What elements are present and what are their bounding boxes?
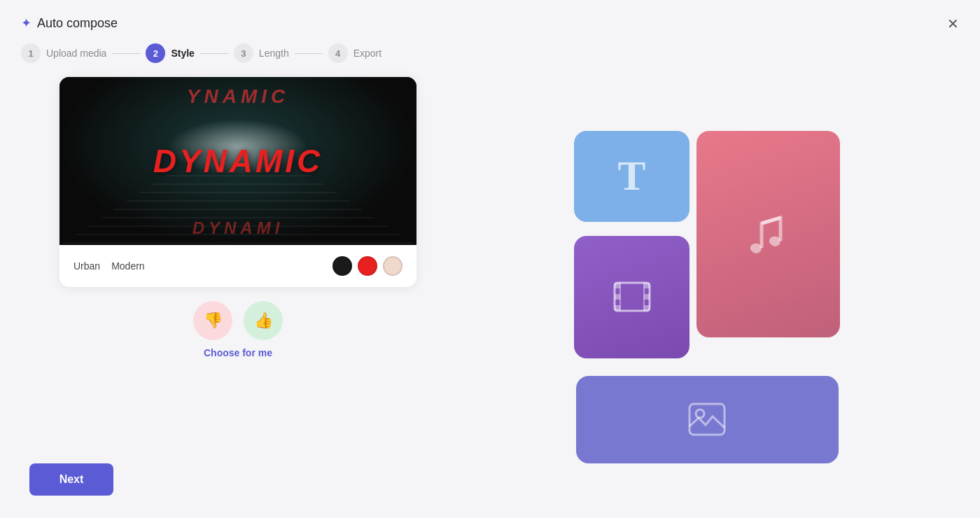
tile-video [574, 236, 690, 358]
step-3: 3 Length [234, 43, 289, 63]
style-info: Urban Modern [59, 245, 416, 287]
step-2: 2 Style [146, 43, 194, 63]
header: ✦ Auto compose [0, 0, 980, 31]
thumbs-buttons: 👎 👍 [193, 301, 283, 340]
style-tag-urban: Urban [74, 260, 100, 272]
style-tag-modern: Modern [111, 260, 144, 272]
color-dot-peach [383, 256, 402, 276]
tile-text: T [574, 131, 690, 222]
step-4-circle: 4 [328, 43, 348, 63]
svg-rect-9 [690, 404, 724, 435]
auto-compose-icon: ✦ [21, 15, 31, 31]
dislike-button[interactable]: 👎 [193, 301, 232, 340]
tile-image [576, 376, 839, 463]
step-3-circle: 3 [234, 43, 253, 63]
preview-text-main: DYNAMIC [153, 142, 323, 180]
music-icon [737, 202, 800, 265]
right-panel: T [483, 77, 959, 490]
step-4-label: Export [354, 48, 382, 59]
close-button[interactable]: ✕ [947, 17, 959, 31]
svg-rect-4 [644, 283, 650, 288]
style-tags: Urban Modern [74, 260, 145, 272]
thumbs-section: 👎 👍 Choose for me [193, 301, 283, 358]
next-button[interactable]: Next [29, 463, 113, 496]
step-1: 1 Upload media [21, 43, 106, 63]
text-icon: T [617, 152, 645, 200]
step-divider-2 [200, 53, 228, 54]
like-button[interactable]: 👍 [244, 301, 283, 340]
step-2-circle: 2 [146, 43, 165, 63]
svg-point-10 [696, 410, 704, 418]
illustration: T [574, 131, 868, 404]
preview-text-bottom: DYNAMI [59, 218, 416, 238]
color-dot-red [358, 256, 377, 276]
step-3-label: Length [259, 48, 289, 59]
step-1-label: Upload media [46, 48, 106, 59]
tile-music [696, 131, 840, 337]
main-content: YNAMIC DYNAMIC DYNAMI Urban Modern 👎 [0, 63, 980, 504]
color-dot-black [332, 256, 352, 276]
step-2-label: Style [171, 48, 194, 59]
step-1-circle: 1 [21, 43, 41, 63]
svg-rect-3 [615, 305, 620, 311]
style-colors [332, 256, 402, 276]
step-4: 4 Export [328, 43, 382, 63]
film-icon [611, 276, 653, 318]
svg-rect-1 [615, 283, 620, 288]
choose-for-me-link[interactable]: Choose for me [204, 347, 272, 358]
app-title: Auto compose [37, 16, 118, 31]
svg-rect-5 [644, 294, 650, 300]
svg-rect-6 [644, 305, 650, 311]
svg-rect-2 [615, 294, 620, 300]
left-panel: YNAMIC DYNAMIC DYNAMI Urban Modern 👎 [21, 77, 455, 490]
preview-text-top: YNAMIC [59, 85, 416, 108]
stepper: 1 Upload media 2 Style 3 Length 4 Export [0, 31, 980, 63]
style-card: YNAMIC DYNAMIC DYNAMI Urban Modern [59, 77, 416, 287]
step-divider-1 [112, 53, 140, 54]
style-preview: YNAMIC DYNAMIC DYNAMI [59, 77, 416, 245]
step-divider-3 [295, 53, 323, 54]
image-icon [686, 398, 728, 440]
